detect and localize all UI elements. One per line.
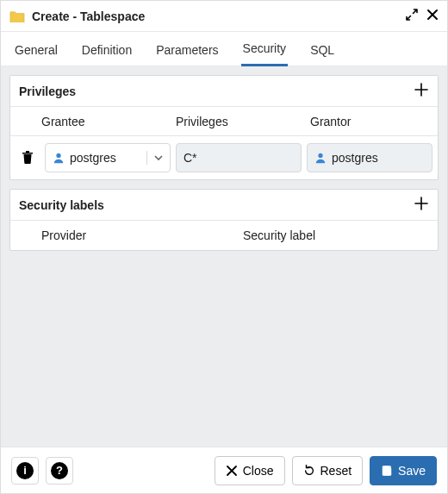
save-label: Save	[398, 464, 426, 478]
dialog-title: Create - Tablespace	[32, 9, 406, 23]
privileges-value-field[interactable]: C*	[176, 143, 302, 172]
delete-row-button[interactable]	[22, 150, 34, 166]
col-security-label: Security label	[236, 228, 438, 242]
col-grantor: Grantor	[303, 115, 438, 128]
privileges-header: Privileges	[10, 76, 438, 107]
chevron-down-icon	[146, 151, 163, 165]
svg-point-0	[56, 153, 60, 158]
close-icon[interactable]	[426, 9, 439, 23]
dialog-create-tablespace: Create - Tablespace General Definition P…	[0, 0, 448, 494]
grantor-value: postgres	[332, 151, 378, 165]
svg-rect-3	[384, 466, 388, 469]
tabs: General Definition Parameters Security S…	[1, 32, 447, 66]
privileges-panel: Privileges Grantee Privileges Grantor	[9, 75, 439, 180]
tab-definition[interactable]: Definition	[80, 34, 134, 66]
privilege-row: postgres C* postgres	[10, 136, 438, 179]
add-privilege-button[interactable]	[414, 82, 429, 101]
reset-button[interactable]: Reset	[292, 456, 364, 485]
privileges-column-headers: Grantee Privileges Grantor	[10, 107, 438, 136]
folder-icon	[9, 10, 25, 22]
security-labels-title: Security labels	[19, 198, 104, 212]
svg-point-1	[318, 153, 322, 158]
expand-icon[interactable]	[406, 9, 418, 23]
col-grantee: Grantee	[34, 115, 169, 128]
titlebar: Create - Tablespace	[1, 1, 447, 32]
reset-label: Reset	[320, 464, 352, 478]
user-icon	[314, 152, 327, 164]
security-labels-header: Security labels	[10, 190, 438, 221]
grantor-field: postgres	[307, 143, 432, 172]
tab-security[interactable]: Security	[241, 33, 289, 66]
tab-general[interactable]: General	[13, 34, 59, 66]
dialog-footer: i ? Close Reset Save	[1, 447, 447, 493]
user-icon	[53, 152, 65, 164]
add-security-label-button[interactable]	[414, 196, 429, 215]
close-label: Close	[243, 464, 274, 478]
col-provider: Provider	[34, 228, 236, 242]
save-button[interactable]: Save	[370, 456, 437, 485]
tab-sql[interactable]: SQL	[308, 34, 336, 66]
info-button[interactable]: i	[11, 457, 39, 485]
grantee-value: postgres	[70, 151, 116, 165]
dialog-body: Privileges Grantee Privileges Grantor	[1, 66, 447, 447]
grantee-select[interactable]: postgres	[45, 143, 171, 172]
privileges-title: Privileges	[19, 84, 76, 98]
security-labels-column-headers: Provider Security label	[10, 221, 438, 250]
col-privileges: Privileges	[169, 115, 303, 128]
privileges-value: C*	[184, 151, 197, 165]
tab-parameters[interactable]: Parameters	[154, 34, 220, 66]
security-labels-panel: Security labels Provider Security label	[9, 189, 439, 251]
help-button[interactable]: ?	[46, 457, 73, 485]
close-button[interactable]: Close	[215, 456, 285, 485]
